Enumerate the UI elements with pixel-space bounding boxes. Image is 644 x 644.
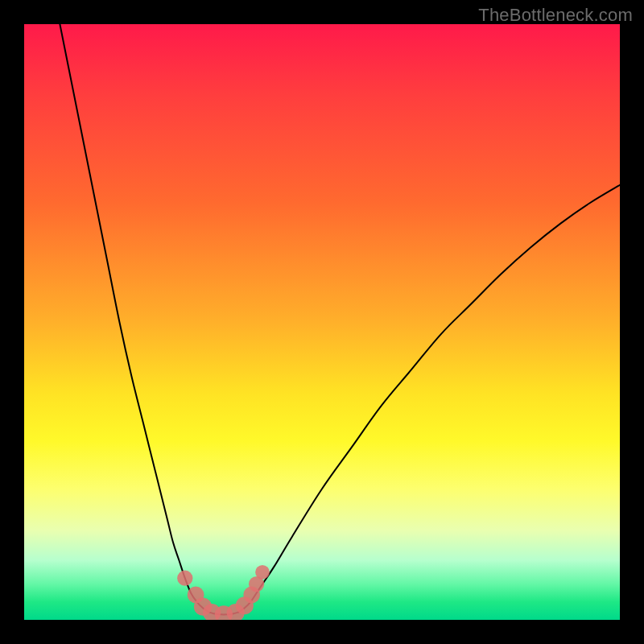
watermark-text: TheBottleneck.com	[478, 5, 633, 26]
chart-series-left-branch	[60, 24, 208, 612]
chart-plot-area	[24, 24, 620, 620]
chart-svg	[24, 24, 620, 620]
chart-series-right-branch	[238, 185, 620, 613]
chart-marker	[255, 565, 270, 580]
chart-lines	[60, 24, 620, 614]
chart-marker	[177, 571, 192, 586]
chart-markers	[177, 565, 270, 620]
chart-frame: TheBottleneck.com	[0, 0, 644, 644]
